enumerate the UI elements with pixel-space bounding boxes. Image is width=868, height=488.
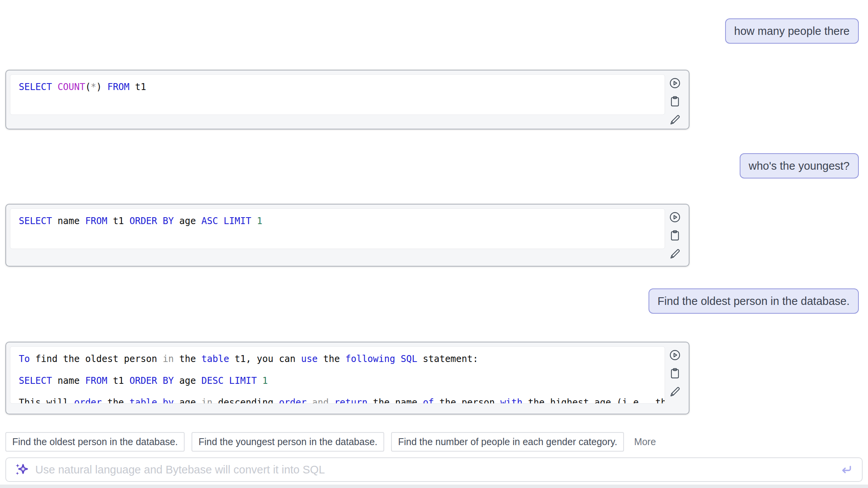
play-circle-icon (668, 77, 681, 90)
response-text-line: To find the oldest person in the table t… (19, 352, 656, 366)
clipboard-icon (668, 229, 681, 242)
pencil-icon (668, 247, 681, 260)
play-circle-icon (668, 211, 681, 224)
user-message-bubble: who's the youngest? (740, 153, 859, 178)
sql-code-editor[interactable]: To find the oldest person in the table t… (10, 346, 665, 404)
response-text-line: This will order the table by age in desc… (19, 396, 656, 404)
copy-sql-button[interactable] (668, 229, 682, 242)
run-query-button[interactable] (668, 76, 682, 90)
submit-prompt-button[interactable] (838, 462, 854, 478)
play-circle-icon (668, 349, 681, 362)
sql-code-editor[interactable]: SELECT COUNT(*) FROM t1 (10, 74, 665, 115)
pencil-icon (668, 385, 681, 398)
sql-response-card: SELECT COUNT(*) FROM t1 (5, 70, 689, 129)
bottom-panel-edge (0, 485, 868, 488)
sparkles-icon (14, 462, 29, 477)
sql-code-line: SELECT name FROM t1 ORDER BY age DESC LI… (19, 374, 656, 388)
sql-response-card: To find the oldest person in the table t… (5, 342, 689, 414)
edit-sql-button[interactable] (668, 113, 682, 127)
pencil-icon (668, 113, 681, 126)
ai-prompt-bar (5, 457, 863, 482)
user-message-bubble: Find the oldest person in the database. (649, 288, 859, 314)
nl-to-sql-input[interactable] (34, 463, 833, 477)
sql-code-editor[interactable]: SELECT name FROM t1 ORDER BY age ASC LIM… (10, 208, 665, 249)
clipboard-icon (668, 95, 681, 108)
suggestion-chip-row: Find the oldest person in the database. … (5, 432, 863, 452)
suggestion-chip-youngest[interactable]: Find the youngest person in the database… (192, 432, 384, 452)
edit-sql-button[interactable] (668, 247, 682, 261)
copy-sql-button[interactable] (668, 367, 682, 380)
user-message-bubble: how many people there (725, 18, 859, 44)
suggestion-chip-oldest[interactable]: Find the oldest person in the database. (5, 432, 185, 452)
run-query-button[interactable] (668, 348, 682, 362)
edit-sql-button[interactable] (668, 385, 682, 399)
clipboard-icon (668, 367, 681, 380)
suggestion-chip-gender-count[interactable]: Find the number of people in each gender… (391, 432, 624, 452)
sql-code-line: SELECT COUNT(*) FROM t1 (19, 80, 656, 94)
sql-response-card: SELECT name FROM t1 ORDER BY age ASC LIM… (5, 204, 689, 267)
card-action-column (665, 74, 685, 127)
copy-sql-button[interactable] (668, 95, 682, 108)
card-action-column (665, 346, 685, 399)
sql-code-line: SELECT name FROM t1 ORDER BY age ASC LIM… (19, 214, 656, 228)
card-action-column (665, 208, 685, 261)
return-arrow-icon (839, 462, 854, 477)
run-query-button[interactable] (668, 210, 682, 224)
more-suggestions-link[interactable]: More (631, 433, 659, 450)
